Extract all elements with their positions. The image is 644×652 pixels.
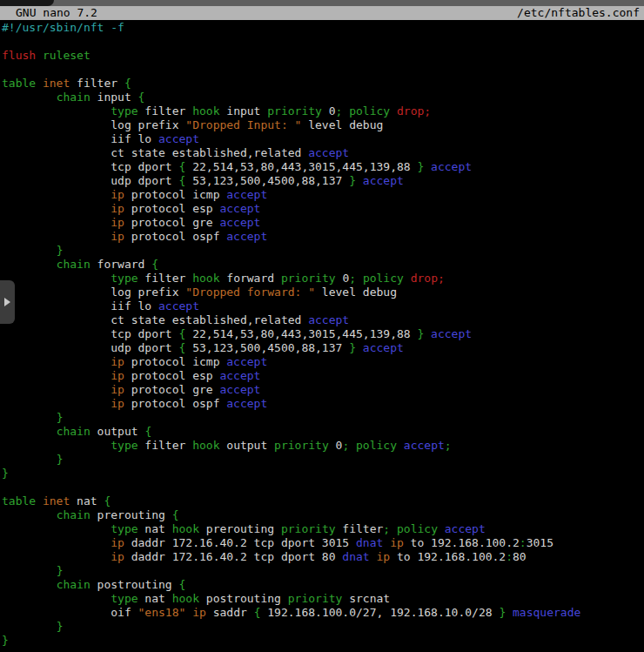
code-line: ip daddr 172.16.40.2 tcp dport 80 dnat i… bbox=[0, 550, 644, 564]
code-line: ip protocol ospf accept bbox=[0, 230, 644, 244]
code-line: table inet nat { bbox=[0, 494, 644, 508]
code-line: chain input { bbox=[0, 91, 644, 104]
code-line: chain postrouting { bbox=[0, 578, 644, 592]
code-line: ip protocol gre accept bbox=[0, 216, 644, 230]
code-line: } bbox=[0, 411, 644, 425]
code-line: flush ruleset bbox=[0, 49, 644, 63]
code-line: chain output { bbox=[0, 425, 644, 439]
code-line: ip protocol esp accept bbox=[0, 202, 644, 216]
code-line: chain forward { bbox=[0, 258, 644, 272]
code-line bbox=[0, 481, 644, 494]
code-line: ct state established,related accept bbox=[0, 146, 644, 160]
code-line: type filter hook input priority 0; polic… bbox=[0, 104, 644, 118]
screen-top-edge bbox=[0, 0, 644, 6]
code-line: udp dport { 53,123,500,4500,88,137 } acc… bbox=[0, 341, 644, 355]
code-line: iif lo accept bbox=[0, 132, 644, 146]
file-path: /etc/nftables.conf bbox=[517, 6, 644, 20]
code-line: } bbox=[0, 453, 644, 467]
code-line: #!/usr/sbin/nft -f bbox=[0, 21, 644, 35]
code-line: ip protocol icmp accept bbox=[0, 355, 644, 369]
code-line: } bbox=[0, 634, 644, 648]
code-line bbox=[0, 63, 644, 77]
code-line: ct state established,related accept bbox=[0, 313, 644, 327]
code-line: table inet filter { bbox=[0, 77, 644, 91]
terminal-screen: GNU nano 7.2 /etc/nftables.conf #!/usr/s… bbox=[0, 0, 644, 652]
code-line: type nat hook postrouting priority srcna… bbox=[0, 592, 644, 606]
code-line: tcp dport { 22,514,53,80,443,3015,445,13… bbox=[0, 327, 644, 341]
code-line: oif "ens18" ip saddr { 192.168.100.0/27,… bbox=[0, 606, 644, 620]
code-line: tcp dport { 22,514,53,80,443,3015,445,13… bbox=[0, 160, 644, 174]
code-line: iif lo accept bbox=[0, 299, 644, 313]
chevron-right-icon bbox=[4, 298, 10, 306]
code-line: } bbox=[0, 244, 644, 258]
code-line: } bbox=[0, 564, 644, 578]
code-line: } bbox=[0, 467, 644, 481]
code-line: ip daddr 172.16.40.2 tcp dport 3015 dnat… bbox=[0, 536, 644, 550]
code-line: log prefix "Dropped Input: " level debug bbox=[0, 118, 644, 132]
sidebar-expand-handle[interactable] bbox=[0, 280, 15, 324]
code-line: udp dport { 53,123,500,4500,88,137 } acc… bbox=[0, 174, 644, 188]
code-line: ip protocol icmp accept bbox=[0, 188, 644, 202]
code-line bbox=[0, 35, 644, 49]
code-line: ip protocol esp accept bbox=[0, 369, 644, 383]
code-line: ip protocol gre accept bbox=[0, 383, 644, 397]
code-line: log prefix "Dropped forward: " level deb… bbox=[0, 286, 644, 299]
code-line: chain prerouting { bbox=[0, 508, 644, 522]
app-version: GNU nano 7.2 bbox=[0, 6, 97, 20]
code-line: type nat hook prerouting priority filter… bbox=[0, 522, 644, 536]
code-line: ip protocol ospf accept bbox=[0, 397, 644, 411]
window-corner-notch bbox=[0, 0, 54, 6]
code-line: } bbox=[0, 620, 644, 634]
nano-title-bar: GNU nano 7.2 /etc/nftables.conf bbox=[0, 6, 644, 20]
editor-area[interactable]: #!/usr/sbin/nft -f flush ruleset table i… bbox=[0, 20, 644, 652]
code-line: type filter hook output priority 0; poli… bbox=[0, 439, 644, 453]
code-line: type filter hook forward priority 0; pol… bbox=[0, 272, 644, 286]
